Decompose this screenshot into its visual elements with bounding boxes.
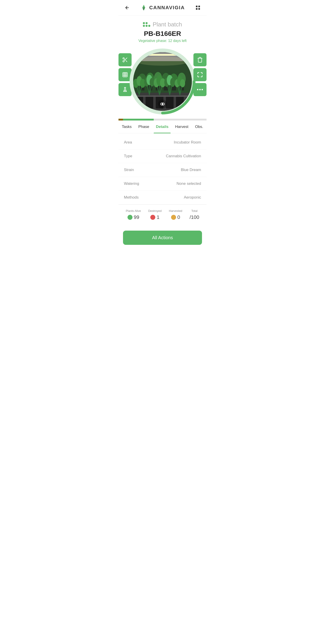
alive-count: 99 (134, 214, 139, 220)
all-actions-button[interactable]: All Actions (123, 230, 202, 245)
grid-button[interactable] (194, 4, 202, 12)
harvested-count: 0 (178, 214, 180, 220)
svg-rect-4 (198, 6, 200, 7)
progress-bar (118, 119, 206, 120)
svg-point-73 (197, 89, 198, 90)
image-section (118, 46, 206, 119)
strain-label: Strain (124, 168, 134, 172)
logo: CANNAVIGIA (140, 4, 185, 11)
plant-stats: Plants Alive 99 Destroyed 1 Harvested 0 … (118, 204, 206, 225)
details-section: Area Incubator Room Type Cannabis Cultiv… (118, 133, 206, 227)
stat-plants-alive: Plants Alive 99 (126, 209, 141, 220)
stat-total: Total /100 (190, 209, 199, 220)
svg-rect-3 (196, 6, 198, 7)
logo-text: CANNAVIGIA (149, 5, 185, 10)
svg-point-72 (162, 104, 163, 104)
svg-point-68 (180, 79, 185, 87)
total-label: Total (192, 209, 198, 212)
detail-methods: Methods Aeroponic (118, 191, 206, 204)
total-value: /100 (190, 214, 199, 220)
watering-label: Watering (124, 182, 139, 186)
destroyed-count: 1 (157, 214, 159, 220)
more-options-button[interactable] (194, 83, 206, 96)
tab-obs[interactable]: Obs. (193, 120, 206, 133)
delete-button[interactable] (194, 53, 206, 66)
svg-rect-9 (123, 72, 127, 77)
plants-alive-label: Plants Alive (126, 209, 141, 212)
harvested-dot (171, 215, 176, 220)
svg-rect-5 (196, 8, 198, 10)
expand-button[interactable] (194, 68, 206, 81)
svg-rect-6 (198, 8, 200, 10)
detail-strain: Strain Blue Dream (118, 163, 206, 177)
progress-segment-active (123, 119, 154, 120)
tab-phase[interactable]: Phase (136, 120, 152, 133)
progress-segment-remaining (154, 119, 206, 120)
title-icon-row: Plant batch (123, 21, 202, 28)
destroyed-dot (150, 215, 155, 220)
stat-harvested: Harvested 0 (169, 209, 182, 220)
strain-value: Blue Dream (181, 168, 201, 172)
watering-value: None selected (176, 182, 201, 186)
title-section: Plant batch PB-B166ER Vegetative phase: … (118, 16, 206, 46)
area-label: Area (124, 140, 132, 145)
svg-point-74 (199, 89, 201, 90)
detail-area: Area Incubator Room (118, 136, 206, 150)
area-value: Incubator Room (174, 140, 201, 145)
alive-dot (128, 215, 132, 220)
svg-rect-69 (133, 96, 192, 97)
detail-type: Type Cannabis Cultivation (118, 150, 206, 163)
methods-value: Aeroponic (184, 195, 201, 200)
svg-rect-37 (166, 96, 174, 108)
logo-icon (140, 4, 148, 11)
back-button[interactable] (123, 4, 131, 12)
svg-point-62 (170, 78, 175, 87)
plant-image-container[interactable] (131, 50, 194, 113)
type-value: Cannabis Cultivation (166, 154, 201, 158)
header: CANNAVIGIA (118, 0, 206, 16)
batch-id: PB-B166ER (123, 30, 202, 38)
progress-segment-completed (118, 119, 123, 120)
tab-details[interactable]: Details (154, 120, 171, 133)
phase-status: Vegetative phase: 12 days left (123, 39, 202, 43)
tab-harvest[interactable]: Harvest (173, 120, 191, 133)
detail-watering: Watering None selected (118, 177, 206, 191)
page-category: Plant batch (152, 21, 182, 28)
type-label: Type (124, 154, 132, 158)
tabs-navigation: Tasks Phase Details Harvest Obs. (118, 120, 206, 133)
methods-label: Methods (124, 195, 138, 200)
right-action-buttons (194, 53, 206, 96)
view-icon[interactable] (158, 100, 167, 108)
stat-destroyed: Destroyed 1 (148, 209, 162, 220)
all-actions-container: All Actions (118, 227, 206, 252)
svg-point-75 (202, 89, 203, 90)
tab-tasks[interactable]: Tasks (120, 120, 134, 133)
destroyed-label: Destroyed (148, 209, 162, 212)
harvested-label: Harvested (169, 209, 182, 212)
plant-batch-icon (143, 22, 150, 27)
